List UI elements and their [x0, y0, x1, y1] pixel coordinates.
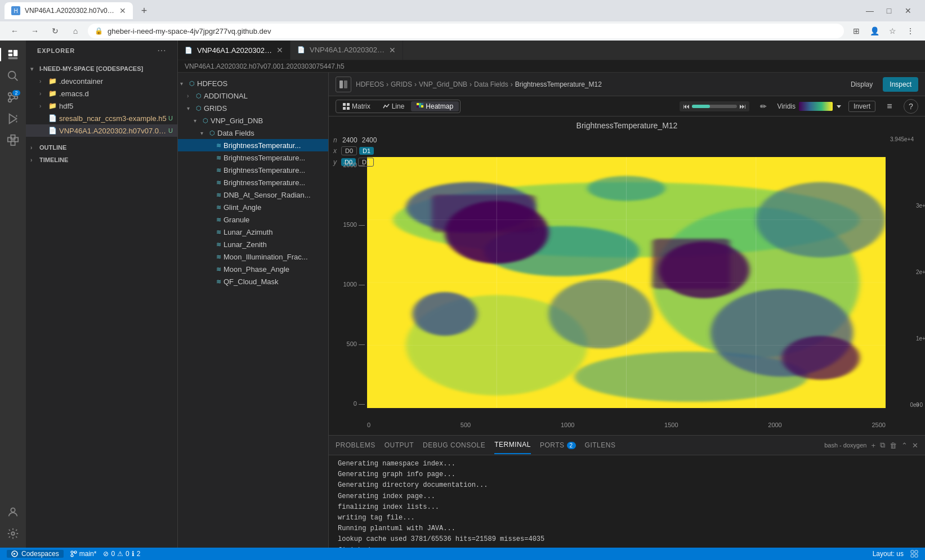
tab-terminal[interactable]: TERMINAL: [494, 436, 531, 454]
hdf-additional[interactable]: › ⬡ ADDITIONAL: [178, 89, 328, 102]
forward-button[interactable]: →: [27, 23, 43, 39]
editor-tab-1[interactable]: 📄 VNP46A1.A2020302.h07v07.001.2020303075…: [291, 41, 403, 60]
hdf-data-fields[interactable]: ▾ ⬡ Data Fields: [178, 127, 328, 139]
activity-extensions[interactable]: [3, 131, 23, 150]
tab-close-0[interactable]: ✕: [276, 46, 283, 55]
split-terminal-button[interactable]: ⧉: [880, 441, 885, 450]
chart-title-text: BrightnessTemperature_M12: [577, 121, 678, 130]
hdf-hdfeos[interactable]: ▾ ⬡ HDFEOS: [178, 77, 328, 89]
sidebar: EXPLORER ⋯ ▾ I-NEED-MY-SPACE [CODESPACES…: [26, 41, 178, 548]
hdf-brightness-2[interactable]: › ≋ BrightnessTemperature...: [178, 164, 328, 176]
tab-debug-console[interactable]: DEBUG CONSOLE: [423, 437, 485, 454]
display-button[interactable]: Display: [845, 77, 878, 92]
home-button[interactable]: ⌂: [68, 23, 83, 39]
help-button[interactable]: ?: [904, 99, 918, 114]
branch-indicator[interactable]: main*: [70, 550, 97, 558]
hdf-brightness-1[interactable]: › ≋ BrightnessTemperature...: [178, 151, 328, 164]
outline-section[interactable]: › OUTLINE: [26, 141, 177, 154]
hdf-moon-illum[interactable]: › ≋ Moon_Illumination_Frac...: [178, 250, 328, 263]
hdf-granule[interactable]: › ≋ Granule: [178, 213, 328, 226]
tab-gitlens[interactable]: GITLENS: [585, 437, 616, 454]
editor-tabs: 📄 VNP46A1.A2020302.h07v07... ✕ 📄 VNP46A1…: [178, 41, 925, 60]
address-bar[interactable]: 🔒 gheber-i-need-my-space-4jv7jpgr277vq.g…: [88, 24, 844, 38]
back-button[interactable]: ←: [7, 23, 23, 39]
sidebar-content: ▾ I-NEED-MY-SPACE [CODESPACES] › 📁 .devc…: [26, 60, 177, 548]
hdf-brightness-m12[interactable]: › ≋ BrightnessTemperatur...: [178, 139, 328, 151]
activity-accounts[interactable]: [3, 503, 23, 522]
sidebar-header: EXPLORER ⋯: [26, 41, 177, 60]
tab-close-1[interactable]: ✕: [389, 46, 396, 55]
matrix-tab[interactable]: Matrix: [337, 101, 376, 111]
star-button[interactable]: ☆: [884, 23, 900, 39]
terminal-line-1: Generating namespace index...: [338, 459, 916, 469]
hdf-vnp-grid-dnb[interactable]: ▾ ⬡ VNP_Grid_DNB: [178, 114, 328, 127]
tab-close-button[interactable]: ✕: [119, 6, 126, 15]
hdf-qf-cloud-mask[interactable]: › ≋ QF_Cloud_Mask: [178, 275, 328, 288]
hdf-moon-phase[interactable]: › ≋ Moon_Phase_Angle: [178, 263, 328, 275]
hdf-lunar-zenith[interactable]: › ≋ Lunar_Zenith: [178, 238, 328, 250]
bc-sep-2: ›: [414, 80, 417, 88]
heatmap-tab[interactable]: Heatmap: [411, 101, 459, 111]
timeline-section[interactable]: › TIMELINE: [26, 154, 177, 166]
file-vnp46[interactable]: › 📄 VNP46A1.A2020302.h07v07.001.202... U: [26, 124, 177, 137]
colormap-dropdown-icon[interactable]: [836, 104, 842, 109]
tab-output[interactable]: OUTPUT: [385, 437, 414, 454]
activity-search[interactable]: [3, 66, 23, 86]
pencil-button[interactable]: ✏: [756, 99, 771, 114]
hdf-grids[interactable]: ▾ ⬡ GRIDS: [178, 102, 328, 114]
skip-start-button[interactable]: ⏮: [683, 102, 690, 110]
n-label: n: [333, 136, 339, 144]
activity-settings[interactable]: [3, 524, 23, 543]
group-icon-grid: ⬡: [203, 117, 208, 124]
activity-source-control[interactable]: 2: [3, 88, 23, 107]
hdf-brightness-3[interactable]: › ≋ BrightnessTemperature...: [178, 176, 328, 189]
inspect-button[interactable]: Inspect: [883, 77, 918, 92]
x-d0-button[interactable]: D0: [341, 146, 357, 155]
activity-run[interactable]: [3, 109, 23, 128]
file-hdf5[interactable]: › 📁 hdf5: [26, 100, 177, 112]
playback-slider[interactable]: [692, 105, 737, 108]
layout-toggle-button[interactable]: [336, 77, 351, 92]
new-terminal-button[interactable]: +: [871, 441, 875, 450]
close-button[interactable]: ✕: [900, 3, 916, 19]
invert-button[interactable]: Invert: [848, 101, 875, 112]
close-panel-button[interactable]: ✕: [912, 441, 918, 450]
terminal-line-6: writing tag file...: [338, 513, 916, 523]
profile-button[interactable]: 👤: [866, 23, 882, 39]
hdf-dnb-sensor[interactable]: › ≋ DNB_At_Sensor_Radian...: [178, 189, 328, 201]
terminal-line-2: Generating graph info page...: [338, 469, 916, 480]
activity-explorer[interactable]: [3, 45, 23, 64]
folder-icon-hdf5: 📁: [48, 102, 57, 110]
maximize-button[interactable]: □: [881, 3, 897, 19]
minimize-button[interactable]: —: [862, 3, 878, 19]
errors-indicator[interactable]: ⊘ 0 ⚠ 0 ℹ 2: [103, 550, 140, 558]
editor-tab-0[interactable]: 📄 VNP46A1.A2020302.h07v07... ✕: [178, 41, 291, 60]
workspace-root[interactable]: ▾ I-NEED-MY-SPACE [CODESPACES]: [26, 62, 177, 75]
dataset-icon-2: ≋: [216, 167, 221, 174]
hdf-glint-angle[interactable]: › ≋ Glint_Angle: [178, 201, 328, 213]
settings-button[interactable]: ⋮: [902, 23, 918, 39]
skip-end-button[interactable]: ⏭: [739, 102, 746, 110]
file-devcontainer[interactable]: › 📁 .devcontainer: [26, 75, 177, 87]
bottom-panel: PROBLEMS OUTPUT DEBUG CONSOLE TERMINAL P…: [329, 435, 925, 548]
expand-button[interactable]: ⌃: [901, 441, 908, 450]
hamburger-button[interactable]: ≡: [882, 99, 897, 114]
tab-ports[interactable]: PORTS2: [540, 437, 576, 454]
file-sresalb[interactable]: › 📄 sresalb_ncar_ccsm3-example.h5 U: [26, 112, 177, 124]
sidebar-actions[interactable]: ⋯: [157, 45, 166, 56]
dataset-icon-1: ≋: [216, 154, 221, 162]
svg-rect-23: [347, 107, 350, 110]
dataset-icon-lunar-az: ≋: [216, 229, 221, 236]
trash-button[interactable]: 🗑: [890, 441, 897, 450]
tab-problems[interactable]: PROBLEMS: [336, 437, 376, 454]
new-tab-button[interactable]: +: [136, 3, 152, 19]
x-d1-button[interactable]: D1: [359, 147, 374, 155]
file-emacs[interactable]: › 📁 .emacs.d: [26, 87, 177, 100]
browser-tab-active[interactable]: H VNP46A1.A2020302.h07v07.0... ✕: [5, 2, 133, 19]
extensions-button[interactable]: ⊞: [848, 23, 864, 39]
layout-icon[interactable]: [910, 550, 918, 558]
hdf-lunar-azimuth[interactable]: › ≋ Lunar_Azimuth: [178, 226, 328, 238]
codespaces-indicator[interactable]: Codespaces: [7, 550, 64, 558]
refresh-button[interactable]: ↻: [47, 23, 63, 39]
line-tab[interactable]: Line: [377, 101, 410, 111]
